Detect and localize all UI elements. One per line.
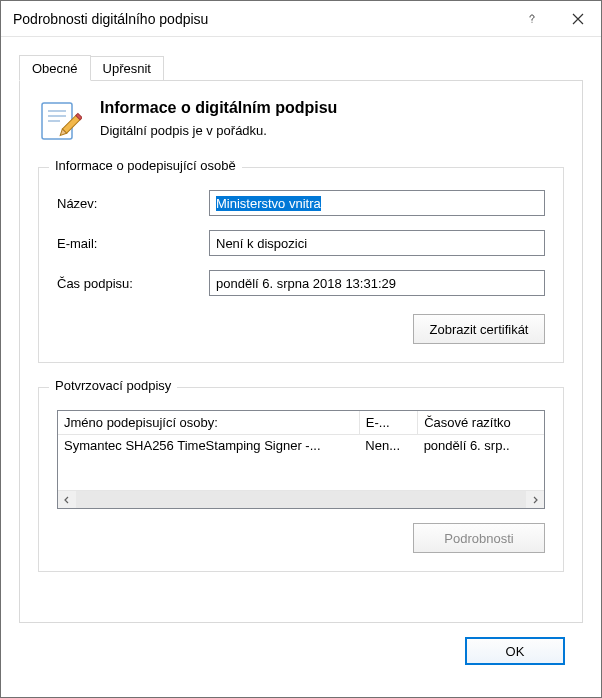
- help-icon[interactable]: [509, 1, 555, 36]
- signature-summary-text: Informace o digitálním podpisu Digitální…: [100, 99, 337, 138]
- view-certificate-button[interactable]: Zobrazit certifikát: [413, 314, 545, 344]
- titlebar: Podrobnosti digitálního podpisu: [1, 1, 601, 37]
- summary-title: Informace o digitálním podpisu: [100, 99, 337, 117]
- certificate-pencil-icon: [38, 99, 82, 143]
- group-countersignatures: Potvrzovací podpisy Jméno podepisující o…: [38, 387, 564, 572]
- signature-summary: Informace o digitálním podpisu Digitální…: [38, 99, 564, 143]
- close-icon[interactable]: [555, 1, 601, 36]
- tab-general[interactable]: Obecné: [19, 55, 91, 81]
- dialog-button-bar: OK: [19, 623, 583, 683]
- col-signer-name[interactable]: Jméno podepisující osoby:: [58, 411, 359, 435]
- tab-advanced[interactable]: Upřesnit: [90, 56, 164, 81]
- group-signer-info: Informace o podepisující osobě Název: Mi…: [38, 167, 564, 363]
- scroll-track[interactable]: [76, 491, 526, 508]
- client-area: Obecné Upřesnit: [1, 37, 601, 697]
- label-email: E-mail:: [57, 236, 209, 251]
- window-title: Podrobnosti digitálního podpisu: [1, 11, 509, 27]
- tabpage-general: Informace o digitálním podpisu Digitální…: [19, 81, 583, 623]
- scroll-left-icon[interactable]: [58, 491, 76, 508]
- label-sign-time: Čas podpisu:: [57, 276, 209, 291]
- ok-button[interactable]: OK: [465, 637, 565, 665]
- value-name: Ministerstvo vnitra: [209, 190, 545, 216]
- horizontal-scrollbar[interactable]: [58, 490, 544, 508]
- group-countersignatures-legend: Potvrzovací podpisy: [49, 378, 177, 393]
- col-email[interactable]: E-...: [359, 411, 417, 435]
- group-signer-legend: Informace o podepisující osobě: [49, 158, 242, 173]
- tab-strip: Obecné Upřesnit: [19, 55, 583, 81]
- label-name: Název:: [57, 196, 209, 211]
- summary-subtitle: Digitální podpis je v pořádku.: [100, 123, 337, 138]
- dialog-window: Podrobnosti digitálního podpisu Obecné U…: [0, 0, 602, 698]
- cell-signer-name: Symantec SHA256 TimeStamping Signer -...: [58, 435, 359, 457]
- table-row[interactable]: Symantec SHA256 TimeStamping Signer -...…: [58, 435, 544, 457]
- value-email: Není k dispozici: [209, 230, 545, 256]
- cell-timestamp: pondělí 6. srp..: [418, 435, 544, 457]
- cell-email: Nen...: [359, 435, 417, 457]
- col-timestamp[interactable]: Časové razítko: [418, 411, 544, 435]
- scroll-right-icon[interactable]: [526, 491, 544, 508]
- value-name-text[interactable]: Ministerstvo vnitra: [216, 196, 321, 211]
- countersignature-listview[interactable]: Jméno podepisující osoby: E-... Časové r…: [57, 410, 545, 509]
- value-sign-time: pondělí 6. srpna 2018 13:31:29: [209, 270, 545, 296]
- listview-header-row: Jméno podepisující osoby: E-... Časové r…: [58, 411, 544, 435]
- window-controls: [509, 1, 601, 36]
- details-button: Podrobnosti: [413, 523, 545, 553]
